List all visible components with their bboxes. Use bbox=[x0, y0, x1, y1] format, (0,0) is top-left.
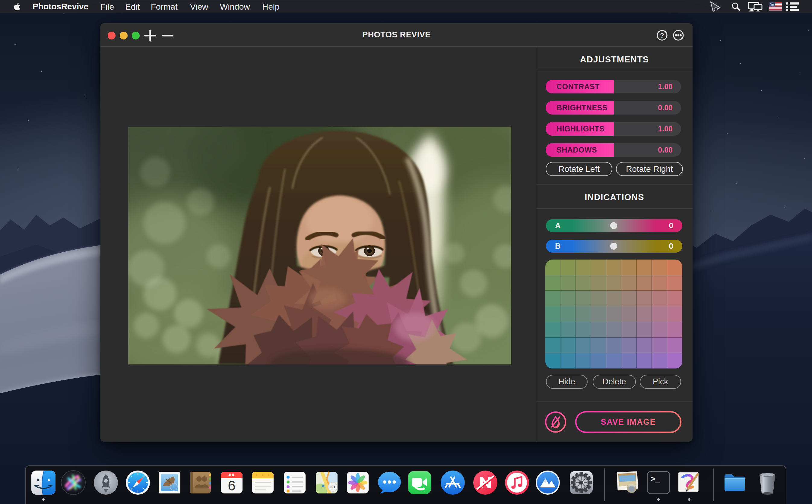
svg-text:3D: 3D bbox=[330, 485, 335, 489]
svg-text:?: ? bbox=[660, 32, 664, 39]
svg-text:JUL: JUL bbox=[228, 473, 235, 477]
svg-text:>_: >_ bbox=[651, 475, 660, 484]
svg-text:SAVE IMAGE: SAVE IMAGE bbox=[601, 417, 656, 427]
svg-text:6: 6 bbox=[228, 478, 235, 493]
